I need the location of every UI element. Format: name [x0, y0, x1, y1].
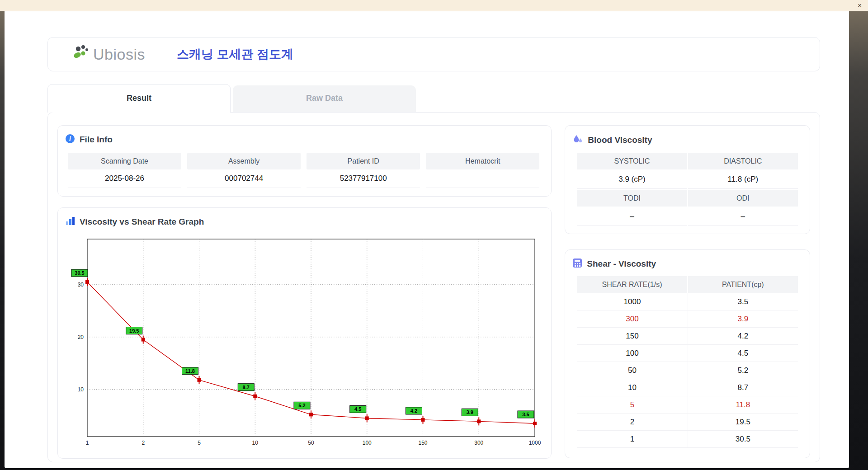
diastolic-label: DIASTOLIC: [688, 153, 798, 169]
viscosity-graph-card: Viscosity vs Shear Rate Graph 1020301251…: [57, 207, 552, 459]
table-row: 1 30.5: [577, 431, 798, 448]
field-value: 2025-08-26: [68, 169, 181, 188]
shear-cell: 1000: [577, 293, 687, 310]
svg-text:4.5: 4.5: [354, 407, 361, 412]
systolic-label: SYSTOLIC: [577, 153, 687, 169]
field-label: Hematocrit: [426, 153, 539, 169]
odi-value: –: [688, 207, 798, 226]
patient-cell: 4.2: [688, 328, 798, 344]
patient-cell: 8.7: [688, 379, 798, 396]
svg-text:10: 10: [252, 440, 259, 446]
field-patient-id: Patient ID 52377917100: [307, 153, 420, 188]
field-assembly: Assembly 000702744: [187, 153, 301, 188]
svg-text:300: 300: [474, 440, 483, 446]
todi-value: –: [577, 207, 687, 226]
shear-cell: 100: [577, 345, 687, 362]
tab-result[interactable]: Result: [47, 84, 231, 113]
shear-cell: 150: [577, 328, 687, 344]
shear-cell: 5: [577, 396, 687, 413]
svg-text:4.2: 4.2: [410, 408, 417, 414]
diastolic-value: 11.8 (cP): [688, 170, 798, 189]
shear-cell: 10: [577, 379, 687, 396]
title-bar: ×: [0, 0, 868, 11]
svg-text:1: 1: [86, 440, 89, 446]
table-row: 1000 3.5: [577, 293, 798, 310]
info-icon: i: [65, 134, 75, 146]
field-scanning-date: Scanning Date 2025-08-26: [68, 153, 181, 188]
table-row: 300 3.9: [577, 310, 798, 328]
patient-cell: 3.9: [688, 310, 798, 327]
field-label: Assembly: [187, 153, 301, 169]
table-row: 50 5.2: [577, 362, 798, 379]
logo-icon: [71, 44, 92, 65]
svg-text:100: 100: [363, 440, 372, 446]
result-panel: i File Info Scanning Date 2025-08-26 Ass…: [47, 112, 820, 462]
patient-cell: 11.8: [688, 396, 798, 413]
svg-text:5.2: 5.2: [298, 403, 305, 409]
svg-text:1000: 1000: [529, 440, 541, 446]
viscosity-chart: 1020301251050100150300100030.519.511.88.…: [71, 232, 541, 458]
close-icon[interactable]: ×: [858, 1, 862, 9]
field-value: [426, 169, 539, 188]
svg-text:10: 10: [78, 386, 84, 393]
todi-label: TODI: [577, 190, 687, 207]
svg-text:2: 2: [142, 440, 145, 446]
table-row: 10 8.7: [577, 379, 798, 396]
svg-text:19.5: 19.5: [129, 328, 139, 334]
patient-cell: 30.5: [688, 431, 798, 447]
blood-viscosity-title: Blood Viscosity: [588, 135, 652, 145]
shear-cell: 1: [577, 431, 687, 447]
logo: Ubiosis: [71, 44, 145, 65]
table-row: 100 4.5: [577, 345, 798, 362]
field-value: 000702744: [187, 169, 301, 188]
svg-text:8.7: 8.7: [243, 385, 250, 390]
field-value: 52377917100: [307, 169, 420, 188]
patient-cell: 19.5: [688, 414, 798, 430]
table-row: 5 11.8: [577, 396, 798, 414]
tab-bar: Result Raw Data: [47, 84, 416, 113]
patient-cell: 3.5: [688, 293, 798, 310]
page-title: 스캐닝 모세관 점도계: [177, 46, 293, 62]
shear-viscosity-card: Shear - Viscosity SHEAR RATE(1/s) PATIEN…: [565, 249, 810, 458]
graph-title: Viscosity vs Shear Rate Graph: [80, 217, 204, 227]
app-window: Ubiosis 스캐닝 모세관 점도계 Result Raw Data i Fi…: [5, 11, 849, 468]
shear-cell: 50: [577, 362, 687, 379]
patient-cell: 4.5: [688, 345, 798, 362]
shear-cell: 300: [577, 310, 687, 327]
shear-viscosity-title: Shear - Viscosity: [587, 259, 656, 269]
shear-cell: 2: [577, 414, 687, 430]
app-header: Ubiosis 스캐닝 모세관 점도계: [47, 37, 820, 71]
file-info-title: File Info: [80, 135, 113, 145]
shear-viscosity-table: SHEAR RATE(1/s) PATIENT(cp) 1000 3.5 300…: [565, 276, 810, 448]
logo-text: Ubiosis: [93, 46, 145, 63]
field-label: Scanning Date: [68, 153, 181, 169]
svg-text:3.5: 3.5: [522, 412, 529, 417]
column-header-shear-rate: SHEAR RATE(1/s): [577, 276, 687, 293]
bar-chart-icon: [65, 216, 75, 228]
systolic-value: 3.9 (cP): [577, 170, 687, 189]
file-info-card: i File Info Scanning Date 2025-08-26 Ass…: [57, 125, 552, 197]
svg-text:5: 5: [198, 440, 201, 446]
svg-text:30.5: 30.5: [75, 270, 84, 276]
table-row: 2 19.5: [577, 414, 798, 431]
patient-cell: 5.2: [688, 362, 798, 379]
svg-text:50: 50: [308, 440, 314, 446]
field-hematocrit: Hematocrit: [426, 153, 539, 188]
drops-icon: [572, 134, 583, 146]
svg-text:150: 150: [418, 440, 427, 446]
svg-text:11.8: 11.8: [185, 368, 195, 374]
tab-raw-data[interactable]: Raw Data: [233, 85, 416, 112]
svg-text:30: 30: [78, 282, 84, 288]
odi-label: ODI: [688, 190, 798, 207]
calculator-icon: [572, 258, 582, 270]
field-label: Patient ID: [307, 153, 420, 169]
blood-viscosity-card: Blood Viscosity SYSTOLIC DIASTOLIC 3.9 (…: [565, 125, 810, 234]
svg-text:20: 20: [78, 334, 84, 340]
table-row: 150 4.2: [577, 328, 798, 345]
column-header-patient: PATIENT(cp): [688, 276, 798, 293]
svg-text:3.9: 3.9: [467, 410, 473, 415]
